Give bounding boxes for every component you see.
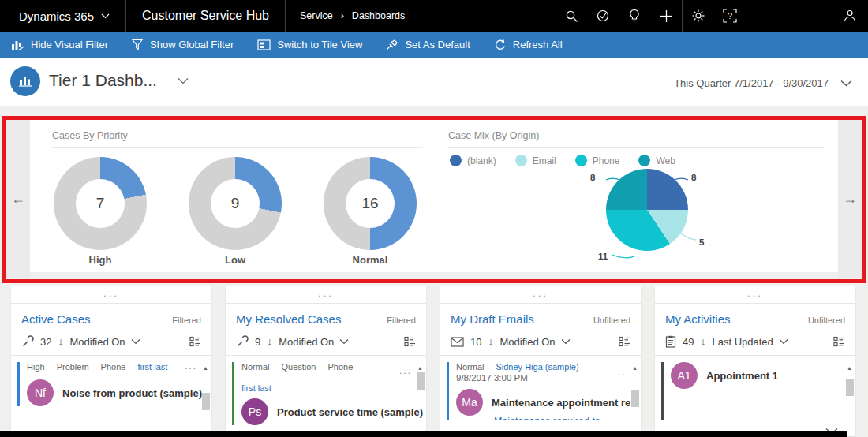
item-title[interactable]: Noise from product (sample) xyxy=(62,387,202,399)
clipboard-icon xyxy=(665,335,676,348)
scrollbar[interactable]: ▲ xyxy=(845,365,854,436)
svg-text:?: ? xyxy=(728,11,732,21)
divider xyxy=(655,355,855,356)
gear-icon[interactable] xyxy=(683,0,714,32)
dashboard-icon xyxy=(10,66,40,96)
stream-toolbar: 32 ↓ Modified On xyxy=(11,330,211,355)
legend-item-blank[interactable]: (blank) xyxy=(450,155,496,166)
donut-chart[interactable]: 16 xyxy=(324,157,417,250)
sort-direction-icon[interactable]: ↓ xyxy=(488,335,493,348)
item-menu-button[interactable]: ... xyxy=(399,365,412,376)
carousel-prev-button[interactable]: ← xyxy=(6,120,30,278)
breadcrumb-page[interactable]: Dashboards xyxy=(352,10,405,21)
sort-field-dropdown[interactable]: Modified On xyxy=(499,336,570,348)
pie-data-label-blank: 8 xyxy=(691,173,696,182)
visual-filter-icon xyxy=(11,39,24,50)
avatar[interactable]: A1 xyxy=(671,362,698,389)
scrollbar-thumb[interactable] xyxy=(846,379,854,396)
avatar[interactable]: Ma xyxy=(456,389,483,416)
chevron-down-icon xyxy=(178,77,189,84)
sort-field-dropdown[interactable]: Modified On xyxy=(69,336,140,348)
carousel-next-button[interactable]: → xyxy=(838,120,862,278)
donut-chart[interactable]: 9 xyxy=(189,157,282,250)
scrollbar[interactable]: ▲ xyxy=(630,365,639,436)
legend-item-email[interactable]: Email xyxy=(515,155,556,166)
circle-check-icon[interactable] xyxy=(587,0,619,32)
scroll-up-icon[interactable]: ▲ xyxy=(416,365,425,371)
card-view-icon[interactable] xyxy=(404,336,416,347)
item-subtitle[interactable]: Maintenance required to repla... xyxy=(494,416,630,420)
item-title[interactable]: Product service time (sample) xyxy=(277,406,423,418)
card-view-icon[interactable] xyxy=(619,336,630,347)
pie-data-label-web: 8 xyxy=(590,173,595,182)
donut-low[interactable]: 9 Low xyxy=(189,157,282,266)
date-range-filter[interactable]: This Quarter 7/1/2017 - 9/30/2017 xyxy=(674,77,852,89)
panel-menu-handle[interactable]: ... xyxy=(655,286,855,303)
item-tag: Question xyxy=(281,362,316,372)
lightbulb-icon[interactable] xyxy=(619,0,650,32)
search-icon[interactable] xyxy=(556,0,587,32)
sort-direction-icon[interactable]: ↓ xyxy=(267,335,272,348)
scrollbar[interactable]: ▲ xyxy=(416,365,425,436)
card-view-icon[interactable] xyxy=(189,336,201,347)
avatar[interactable]: Ps xyxy=(241,398,268,425)
sort-field-dropdown[interactable]: Modified On xyxy=(279,336,349,348)
dynamics-brand[interactable]: Dynamics 365 xyxy=(0,0,125,32)
item-contact-link[interactable]: Sidney Higa (sample) xyxy=(496,362,578,372)
list-item[interactable]: Normal Sidney Higa (sample) 9/8/2017 3:0… xyxy=(447,362,630,420)
item-contact-link[interactable]: first last xyxy=(241,383,271,393)
filter-status: Unfiltered xyxy=(808,316,845,325)
item-contact-link[interactable]: first last xyxy=(137,362,167,372)
item-title[interactable]: Appointment 1 xyxy=(706,370,778,382)
set-as-default-button[interactable]: Set As Default xyxy=(386,39,470,50)
list-item[interactable]: A1 Appointment 1 xyxy=(661,362,844,420)
list-item[interactable]: High Problem Phone first last ... Nf Noi… xyxy=(17,362,200,406)
donut-chart[interactable]: 7 xyxy=(54,157,147,250)
item-tag: Phone xyxy=(327,362,353,372)
charts-area: Cases By Priority 7 High 9 Low xyxy=(30,120,838,278)
scroll-up-icon[interactable]: ▲ xyxy=(201,365,210,371)
panel-menu-handle[interactable]: ... xyxy=(226,286,426,303)
item-title[interactable]: Maintenance appointment re... xyxy=(492,397,639,409)
scrollbar-thumb[interactable] xyxy=(417,372,425,390)
help-icon[interactable]: ? xyxy=(714,0,746,32)
sort-direction-icon[interactable]: ↓ xyxy=(700,335,705,348)
scrollbar-thumb[interactable] xyxy=(202,393,210,410)
switch-to-tile-view-button[interactable]: Switch to Tile View xyxy=(257,39,362,50)
scroll-up-icon[interactable]: ▲ xyxy=(630,365,639,371)
legend-item-web[interactable]: Web xyxy=(638,155,675,166)
breadcrumb-section[interactable]: Service xyxy=(300,10,333,21)
donut-normal[interactable]: 16 Normal xyxy=(324,157,417,266)
panel-menu-handle[interactable]: ... xyxy=(440,286,641,303)
card-view-icon[interactable] xyxy=(833,336,845,347)
item-menu-button[interactable]: ... xyxy=(614,367,627,378)
chart-title: Cases By Priority xyxy=(52,130,423,148)
stream-title[interactable]: My Resolved Cases xyxy=(236,312,341,326)
chevron-down-icon xyxy=(561,338,571,345)
plus-icon[interactable] xyxy=(650,0,682,32)
avatar[interactable]: Nf xyxy=(27,379,54,406)
scroll-up-icon[interactable]: ▲ xyxy=(845,365,854,371)
scrollbar-thumb[interactable] xyxy=(631,390,639,407)
profile-icon[interactable] xyxy=(832,0,868,32)
chevron-down-icon xyxy=(840,80,852,87)
app-name[interactable]: Customer Service Hub xyxy=(125,0,286,32)
stream-title[interactable]: My Activities xyxy=(665,312,731,326)
donut-high[interactable]: 7 High xyxy=(54,157,147,266)
item-menu-button[interactable]: ... xyxy=(185,360,197,372)
stream-list: High Problem Phone first last ... Nf Noi… xyxy=(11,362,211,436)
refresh-all-button[interactable]: Refresh All xyxy=(494,39,563,51)
sort-direction-icon[interactable]: ↓ xyxy=(58,335,63,348)
panel-menu-handle[interactable]: ... xyxy=(11,286,211,303)
stream-title[interactable]: My Draft Emails xyxy=(451,312,534,326)
legend-item-phone[interactable]: Phone xyxy=(575,155,620,166)
pie-chart[interactable] xyxy=(606,169,688,251)
sort-field-dropdown[interactable]: Last Updated xyxy=(712,336,788,348)
hide-visual-filter-button[interactable]: Hide Visual Filter xyxy=(11,39,108,50)
scrollbar[interactable]: ▲ xyxy=(201,365,210,436)
dashboard-title-selector[interactable]: Tier 1 Dashb... xyxy=(49,71,189,90)
divider xyxy=(11,355,211,356)
list-item[interactable]: Normal Question Phone first last ... Ps … xyxy=(232,362,415,425)
show-global-filter-button[interactable]: Show Global Filter xyxy=(132,39,234,50)
stream-title[interactable]: Active Cases xyxy=(21,312,91,326)
